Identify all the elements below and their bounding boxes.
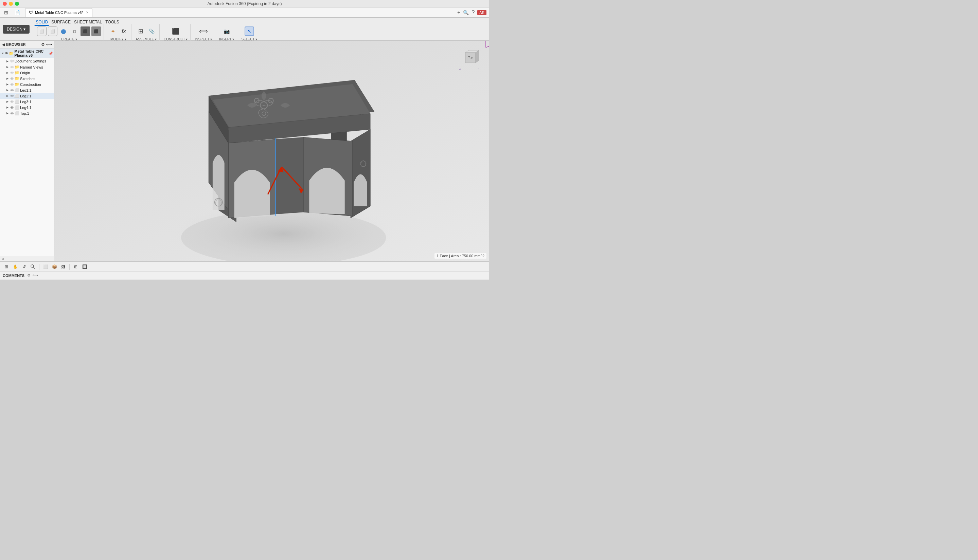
named-views-eye-icon[interactable]: 👁: [10, 65, 14, 69]
tab-label: Metal Table CNC Plasma v6*: [35, 10, 83, 15]
leg1-eye-icon[interactable]: 👁: [10, 88, 14, 92]
tree-item-leg4[interactable]: ▶ 👁 ⬜ Leg4:1: [0, 105, 54, 110]
construction-folder-icon: 📁: [15, 82, 19, 87]
tree-item-origin[interactable]: ▶ 👁 📁 Origin: [0, 70, 54, 76]
sketches-folder-icon: 📁: [15, 77, 19, 81]
timeline: |◀ ◀ ▶ ▶| ▶▶| ⚙: [0, 279, 489, 280]
tree-expand-icon: ▼: [2, 52, 4, 55]
visibility-eye-icon[interactable]: 👁: [5, 52, 8, 55]
browser-collapse-icon[interactable]: ◀: [2, 43, 5, 47]
revolve-icon[interactable]: ⬜: [48, 27, 57, 36]
window-title: Autodesk Fusion 360 (Expiring in 2 days): [207, 2, 282, 6]
view-tools-left: ⊞ ✋ ↺ ⬜ 📦 🖼 ⊞ 🔲: [3, 263, 88, 270]
insert-icon[interactable]: 📷: [222, 27, 231, 36]
leg1-box-icon: ⬜: [15, 88, 19, 92]
leg4-box-icon: ⬜: [15, 105, 19, 110]
browser-title-label: ◀ BROWSER: [2, 42, 25, 47]
leg2-box-icon: ⬜: [15, 94, 19, 98]
leg3-box-icon: ⬜: [15, 100, 19, 104]
display-mode-icon[interactable]: 📦: [51, 263, 58, 270]
help-button[interactable]: ?: [471, 10, 475, 16]
tree-item-sketches[interactable]: ▶ 👁 📁 Sketches: [0, 76, 54, 82]
tree-root-item[interactable]: ▼ 👁 📁 Metal Table CNC Plasma v6 📌: [0, 48, 54, 58]
comments-settings-icon[interactable]: ⚙: [27, 273, 30, 278]
user-avatar[interactable]: AE: [477, 10, 486, 15]
browser-actions: ⚙ ⟺: [41, 42, 52, 47]
snap-icon[interactable]: 🔲: [81, 263, 88, 270]
svg-point-25: [31, 265, 33, 267]
leg2-eye-icon[interactable]: 👁: [10, 94, 14, 98]
tree-item-leg1[interactable]: ▶ 👁 ⬜ Leg1:1: [0, 87, 54, 93]
comments-actions: ⚙ ⟺: [27, 273, 38, 278]
tree-item-named-views[interactable]: ▶ 👁 📁 Named Views: [0, 64, 54, 70]
panel-toggle-icon[interactable]: ◀: [2, 257, 4, 261]
top-eye-icon[interactable]: 👁: [10, 111, 14, 115]
comments-resize-icon[interactable]: ⟺: [33, 273, 38, 278]
comments-label: COMMENTS: [3, 273, 25, 278]
root-folder-icon: 📁: [9, 51, 13, 56]
tree-item-doc-settings[interactable]: ▶ ⚙ Document Settings: [0, 58, 54, 64]
root-pin-icon[interactable]: 📌: [48, 52, 53, 55]
construct-icon[interactable]: ⬛: [171, 27, 181, 36]
tree-item-construction[interactable]: ▶ 👁 📁 Construction: [0, 82, 54, 87]
bottom-toolbar: ⊞ ✋ ↺ ⬜ 📦 🖼 ⊞ 🔲: [0, 261, 489, 272]
tree-item-leg3[interactable]: ▶ 👁 ⬜ Leg3:1: [0, 99, 54, 105]
doc-settings-gear-icon: ⚙: [10, 59, 14, 63]
browser-settings-icon[interactable]: ⚙: [41, 42, 45, 47]
toolbar-divider2: [69, 264, 70, 270]
webbing-icon[interactable]: ⬛: [91, 27, 101, 36]
tree-item-leg2[interactable]: ▶ 👁 ⬜ Leg2:1: [0, 93, 54, 99]
maximize-button[interactable]: [15, 2, 19, 6]
construction-eye-icon[interactable]: 👁: [10, 82, 14, 87]
close-button[interactable]: [3, 2, 7, 6]
minimize-button[interactable]: [9, 2, 13, 6]
rib-icon[interactable]: ⬛: [80, 27, 90, 36]
origin-folder-icon: 📁: [15, 71, 19, 75]
design-dropdown[interactable]: DESIGN ▾: [3, 25, 30, 33]
origin-eye-icon[interactable]: 👁: [10, 71, 14, 75]
assemble-icon1[interactable]: ⊞: [136, 27, 145, 36]
grid-icon[interactable]: ⊞: [72, 263, 80, 270]
svg-line-26: [33, 267, 35, 269]
extrude-icon[interactable]: ⬜: [37, 27, 47, 36]
tab-shield-icon: 🛡: [29, 10, 33, 15]
browser-resize-icon[interactable]: ⟺: [46, 42, 52, 47]
browser-header: ◀ BROWSER ⚙ ⟺: [0, 41, 54, 48]
tree-item-top[interactable]: ▶ 👁 ⬜ Top:1: [0, 110, 54, 116]
loft-icon[interactable]: ◻: [70, 27, 79, 36]
toolbar: DESIGN ▾ SOLID SURFACE SHEET METAL TOOLS…: [0, 18, 489, 41]
modify-icon2[interactable]: fx: [119, 27, 129, 36]
tab-actions: + 🔍 ? AE: [457, 10, 486, 16]
browser-panel: ◀ BROWSER ⚙ ⟺ ▼ 👁 📁 Metal Table CNC Plas…: [0, 41, 54, 261]
sketches-eye-icon[interactable]: 👁: [10, 77, 14, 81]
new-tab-button[interactable]: +: [457, 10, 460, 16]
3d-viewport[interactable]: Top Z → Z Y: [54, 41, 489, 261]
named-views-folder-icon: 📁: [15, 65, 19, 69]
search-button[interactable]: 🔍: [463, 10, 469, 15]
toolbar-divider: [39, 264, 39, 270]
pan-icon[interactable]: ✋: [12, 263, 19, 270]
sweep-icon[interactable]: ⬤: [59, 27, 68, 36]
top-box-icon: ⬜: [15, 111, 19, 115]
assemble-icon2[interactable]: 📎: [147, 27, 156, 36]
root-label: Metal Table CNC Plasma v6: [14, 49, 48, 57]
leg4-eye-icon[interactable]: 👁: [10, 105, 14, 110]
recent-files-icon[interactable]: 📄: [12, 8, 22, 17]
app-menu-icon[interactable]: ⊞: [2, 8, 11, 17]
active-tab[interactable]: 🛡 Metal Table CNC Plasma v6* ✕: [25, 8, 92, 17]
tab-close-icon[interactable]: ✕: [86, 10, 89, 14]
orbit-icon[interactable]: ↺: [20, 263, 28, 270]
main-area: ◀ BROWSER ⚙ ⟺ ▼ 👁 📁 Metal Table CNC Plas…: [0, 41, 489, 261]
select-icon[interactable]: ↖: [244, 27, 254, 36]
tabbar: ⊞ 📄 🛡 Metal Table CNC Plasma v6* ✕ + 🔍 ?…: [0, 7, 489, 18]
zoom-icon[interactable]: [29, 263, 37, 270]
status-text: 1 Face | Area : 750.00 mm^2: [435, 253, 486, 258]
fit-view-icon[interactable]: ⊞: [3, 263, 10, 270]
leg3-eye-icon[interactable]: 👁: [10, 100, 14, 104]
titlebar: Autodesk Fusion 360 (Expiring in 2 days): [0, 0, 489, 7]
render-mode-icon[interactable]: 🖼: [59, 263, 67, 270]
window-controls[interactable]: [3, 2, 19, 6]
inspect-icon[interactable]: ⟺: [199, 27, 208, 36]
modify-icon1[interactable]: ✦: [108, 27, 117, 36]
view-mode-icon[interactable]: ⬜: [42, 263, 49, 270]
